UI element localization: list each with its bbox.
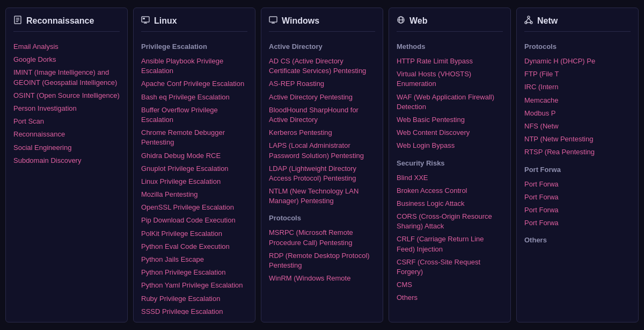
web-icon [397,16,405,26]
list-item[interactable]: MSRPC (Microsoft Remote Procedure Call) … [269,226,375,249]
list-item[interactable]: Bash eq Privilege Escalation [141,91,247,104]
list-item[interactable]: AS-REP Roasting [269,77,375,90]
list-item[interactable]: CSRF (Cross-Site Request Forgery) [397,256,503,278]
list-item[interactable]: Python Privilege Escalation [141,266,247,279]
column-header-reconnaissance: Reconnaissance [13,16,120,32]
list-item[interactable]: Python Jails Escape [141,253,247,266]
list-item[interactable]: NTLM (New Technology LAN Manager) Pentes… [269,185,375,207]
section-label-windows-0: Active Directory [269,42,375,51]
section-network-2: Others [524,236,631,244]
list-item[interactable]: Chrome Remote Debugger Pentesting [141,126,247,149]
list-item[interactable]: Web Login Bypass [397,139,503,152]
reconnaissance-icon [13,16,22,26]
list-item[interactable]: Dynamic H (DHCP) Pe [524,55,631,68]
svg-rect-7 [143,18,145,19]
list-item[interactable]: Reconnaissance [13,128,120,141]
list-item[interactable]: Buffer Overflow Privilege Escalation [141,104,247,126]
list-item[interactable]: Apache Conf Privilege Escalation [141,77,247,90]
list-item[interactable]: Email Analysis [13,40,120,53]
list-item[interactable]: Virtual Hosts (VHOSTS) Enumeration [397,68,503,90]
list-item[interactable]: AD CS (Active Directory Certificate Serv… [269,55,375,77]
section-label-network-0: Protocols [524,42,631,51]
list-item[interactable]: LAPS (Local Administrator Password Solut… [269,139,375,162]
list-item[interactable]: Port Forwa [524,178,631,191]
section-web-0: MethodsHTTP Rate Limit BypassVirtual Hos… [397,42,503,153]
column-linux: LinuxPrivilege EscalationAnsible Playboo… [133,8,255,322]
list-item[interactable]: Python Yaml Privilege Escalation [141,279,247,292]
list-item[interactable]: Kerberos Pentesting [269,126,375,139]
list-item[interactable]: Others [397,291,503,304]
list-item[interactable]: WAF (Web Application Firewall) Detection [397,91,503,113]
list-item[interactable]: Gnuplot Privilege Escalation [141,162,247,175]
svg-rect-8 [269,17,277,22]
list-item[interactable]: OSINT (Open Source Intelligence) [13,89,120,102]
list-item[interactable]: Pip Download Code Execution [141,214,247,227]
list-item[interactable]: PolKit Privilege Escalation [141,227,247,240]
list-item[interactable]: OpenSSL Privilege Escalation [141,201,247,214]
section-label-web-1: Security Risks [397,159,503,167]
network-icon [524,16,533,26]
list-item[interactable]: Port Forwa [524,191,631,204]
column-reconnaissance: ReconnaissanceEmail AnalysisGoogle Dorks… [5,8,128,322]
column-web: WebMethodsHTTP Rate Limit BypassVirtual … [389,8,511,322]
list-item[interactable]: IRC (Intern [524,81,631,94]
list-item[interactable]: SSSD Privilege Escalation [141,305,247,314]
list-item[interactable]: Broken Access Control [397,184,503,197]
list-item[interactable]: Ghidra Debug Mode RCE [141,149,247,162]
list-item[interactable]: WinRM (Windows Remote [269,272,375,285]
list-item[interactable]: RTSP (Rea Pentesting [524,146,631,159]
list-item[interactable]: Ruby Privilege Escalation [141,292,247,305]
list-item[interactable]: Active Directory Pentesting [269,91,375,104]
list-item[interactable]: CMS [397,278,503,291]
windows-icon [269,16,277,26]
web-content: MethodsHTTP Rate Limit BypassVirtual Hos… [397,40,503,314]
network-title: Netw [537,16,558,26]
list-item[interactable]: Port Forwa [524,204,631,217]
section-web-1: Security RisksBlind XXEBroken Access Con… [397,159,503,305]
list-item[interactable]: Social Engineering [13,141,120,154]
reconnaissance-title: Reconnaissance [26,16,94,26]
list-item[interactable]: Port Scan [13,115,120,128]
list-item[interactable]: Blind XXE [397,171,503,184]
list-item[interactable]: Person Investigation [13,102,120,115]
list-item[interactable]: NFS (Netw [524,120,631,133]
list-item[interactable]: FTP (File T [524,68,631,81]
list-item[interactable]: Memcache [524,94,631,107]
list-item[interactable]: Ansible Playbook Privilege Escalation [141,55,247,77]
svg-rect-4 [142,17,149,22]
columns-container: ReconnaissanceEmail AnalysisGoogle Dorks… [0,0,644,330]
section-label-web-0: Methods [397,42,503,51]
list-item[interactable]: Web Basic Pentesting [397,113,503,126]
list-item[interactable]: Linux Privilege Escalation [141,175,247,188]
section-label-linux-0: Privilege Escalation [141,42,247,51]
list-item[interactable]: Port Forwa [524,217,631,229]
section-linux-0: Privilege EscalationAnsible Playbook Pri… [141,42,247,314]
linux-title: Linux [154,16,177,26]
list-item[interactable]: RDP (Remote Desktop Protocol) Pentesting [269,249,375,272]
column-header-windows: Windows [269,16,375,32]
svg-line-18 [529,18,531,21]
linux-content: Privilege EscalationAnsible Playbook Pri… [141,40,247,314]
list-item[interactable]: LDAP (Lightweight Directory Access Proto… [269,162,375,185]
section-label-network-2: Others [524,236,631,244]
list-item[interactable]: CRLF (Carriage Return Line Feed) Injecti… [397,233,503,255]
svg-point-14 [528,16,530,18]
section-reconnaissance-0: Email AnalysisGoogle DorksIMINT (Image I… [13,40,120,167]
section-label-windows-1: Protocols [269,214,375,222]
list-item[interactable]: Google Dorks [13,53,120,66]
column-header-web: Web [397,16,503,32]
list-item[interactable]: Business Logic Attack [397,197,503,210]
list-item[interactable]: Mozilla Pentesting [141,188,247,201]
section-label-network-1: Port Forwa [524,166,631,174]
list-item[interactable]: NTP (Netw Pentesting [524,133,631,146]
list-item[interactable]: Modbus P [524,107,631,120]
list-item[interactable]: Python Eval Code Execution [141,240,247,253]
list-item[interactable]: HTTP Rate Limit Bypass [397,55,503,68]
list-item[interactable]: CORS (Cross-Origin Resource Sharing) Att… [397,210,503,233]
section-network-0: ProtocolsDynamic H (DHCP) PeFTP (File TI… [524,42,631,159]
list-item[interactable]: Subdomain Discovery [13,154,120,167]
list-item[interactable]: Web Content Discovery [397,126,503,139]
list-item[interactable]: BloodHound SharpHound for Active Directo… [269,104,375,126]
list-item[interactable]: IMINT (Image Intelligence) and GEOINT (G… [13,66,120,89]
svg-line-17 [526,18,529,21]
